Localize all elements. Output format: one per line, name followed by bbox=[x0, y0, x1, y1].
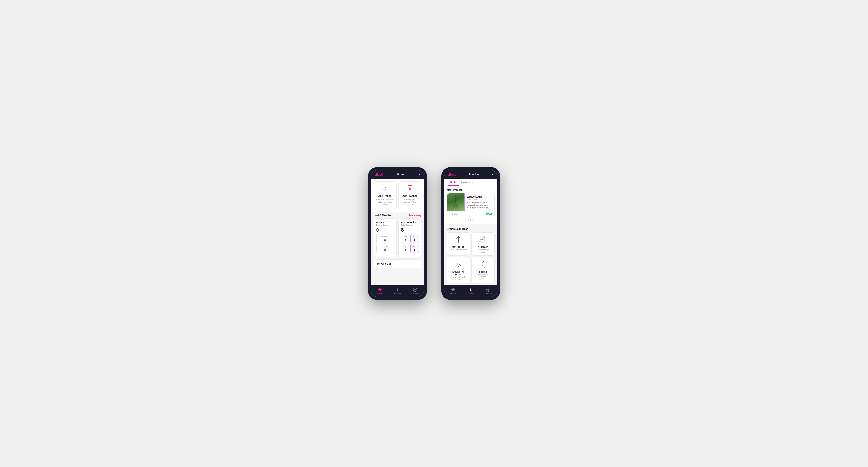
putting-icon bbox=[478, 260, 488, 270]
arg-label: ARG bbox=[402, 245, 409, 247]
putt-label: PUTT bbox=[411, 245, 418, 247]
svg-point-23 bbox=[460, 237, 461, 238]
home-header: clippd Home ≡ bbox=[371, 170, 424, 179]
nav-capture[interactable]: Capture bbox=[406, 287, 424, 294]
drills-row2: ARG 0 PUTT 4 bbox=[401, 244, 419, 253]
explore-title: Explore skill areas bbox=[447, 228, 495, 230]
header-title: Home bbox=[397, 173, 404, 176]
svg-point-40 bbox=[483, 262, 484, 263]
phone-home: clippd Home ≡ Add Round Re bbox=[368, 167, 427, 300]
view-activity-link[interactable]: View Activity bbox=[408, 214, 421, 217]
phone-practice: clippd Practice ≡ Drills Favourites Most… bbox=[441, 167, 500, 300]
skill-approach[interactable]: Approach Dial-in to hit the green bbox=[471, 232, 495, 256]
nav-home-label: Home bbox=[377, 292, 382, 294]
svg-point-36 bbox=[460, 266, 461, 267]
home-icon-p2 bbox=[451, 287, 455, 292]
add-round-icon bbox=[381, 184, 389, 193]
rounds-row-practice: Practice 0 bbox=[376, 244, 394, 253]
dot-3 bbox=[472, 219, 473, 220]
explore-section: Explore skill areas bbox=[444, 225, 497, 285]
capture-icon bbox=[413, 287, 417, 292]
skill-putting[interactable]: Putting Make and lag practice bbox=[471, 257, 495, 283]
drill-shots: 9 shots bbox=[449, 213, 459, 215]
activities-icon-p2 bbox=[468, 287, 473, 292]
svg-line-15 bbox=[454, 203, 456, 208]
svg-line-16 bbox=[456, 203, 457, 208]
svg-line-43 bbox=[483, 261, 485, 262]
clock-icon bbox=[449, 213, 452, 215]
logo: clippd bbox=[375, 173, 383, 177]
drill-badge: APP bbox=[486, 213, 492, 215]
nav-home[interactable]: Home bbox=[371, 287, 389, 294]
drill-desc: Play 1 shot at each target yardage. If y… bbox=[467, 201, 492, 209]
svg-point-11 bbox=[454, 195, 457, 198]
nav-activities-p2[interactable]: Activities bbox=[462, 287, 479, 294]
drill-info: ☆ Wedge Ladder 50–100 yds Play 1 shot at… bbox=[465, 193, 494, 211]
putting-name: Putting bbox=[474, 271, 492, 273]
last3months-label: Last 3 Months bbox=[374, 214, 392, 217]
golf-bag-title: My Golf Bag bbox=[377, 262, 392, 265]
activities-icon bbox=[395, 287, 400, 292]
add-round-card[interactable]: Add Round Record your shots in fast or e… bbox=[374, 181, 397, 209]
rounds-capture-label: Rounds Capture bbox=[376, 224, 394, 226]
drill-thumbnail bbox=[447, 193, 464, 211]
add-practice-desc: Capture your practice off-the-course bbox=[401, 198, 419, 206]
menu-icon[interactable]: ≡ bbox=[418, 173, 420, 177]
practice-value: 0 bbox=[384, 249, 386, 252]
drills-card: Practice Drills Drills Capture 8 OTT 0 A… bbox=[399, 218, 422, 257]
tab-drills[interactable]: Drills bbox=[448, 179, 459, 186]
practice-tabs: Drills Favourites bbox=[444, 179, 497, 186]
arg-value: 0 bbox=[405, 249, 406, 252]
nav-activities[interactable]: Activities bbox=[389, 287, 406, 294]
practice-logo: clippd bbox=[448, 173, 456, 177]
putting-desc: Make and lag practice bbox=[474, 274, 492, 278]
skill-around-the-green[interactable]: Around The Green Hone your short game bbox=[447, 257, 470, 283]
stats-container: Rounds Rounds Capture 0 Tournament 0 Pra… bbox=[371, 218, 424, 259]
practice-header-title: Practice bbox=[469, 173, 479, 176]
svg-line-14 bbox=[456, 198, 459, 199]
golf-bag-row[interactable]: My Golf Bag › bbox=[374, 259, 422, 268]
nav-activities-label-p2: Activities bbox=[467, 292, 475, 294]
dot-1 bbox=[468, 219, 469, 220]
svg-point-30 bbox=[483, 239, 484, 240]
putt-value: 4 bbox=[414, 249, 415, 252]
around-the-green-name: Around The Green bbox=[450, 271, 467, 276]
app-box: APP 4 bbox=[410, 234, 419, 243]
practice-menu-icon[interactable]: ≡ bbox=[492, 173, 493, 177]
drills-row1: OTT 0 APP 4 bbox=[401, 234, 419, 243]
golf-bag-chevron: › bbox=[417, 262, 418, 266]
add-practice-card[interactable]: Add Practice Capture your practice off-t… bbox=[399, 181, 422, 209]
svg-line-19 bbox=[456, 236, 458, 239]
nav-home-p2[interactable]: Home bbox=[444, 287, 462, 294]
skill-off-the-tee[interactable]: Off The Tee Power and accuracy bbox=[447, 232, 470, 256]
carousel-dots bbox=[447, 217, 495, 221]
shots-text: 9 shots bbox=[452, 213, 459, 215]
drills-total: 8 bbox=[401, 227, 419, 233]
drill-star[interactable]: ☆ bbox=[491, 195, 493, 198]
svg-point-42 bbox=[483, 265, 484, 266]
skill-grid: Off The Tee Power and accuracy bbox=[447, 232, 495, 283]
svg-point-31 bbox=[484, 237, 485, 238]
svg-point-35 bbox=[459, 264, 460, 265]
around-the-green-icon bbox=[454, 260, 463, 270]
nav-capture-p2[interactable]: Capture bbox=[479, 287, 497, 294]
svg-point-44 bbox=[470, 288, 471, 290]
practice-label: Practice bbox=[377, 245, 393, 247]
svg-point-33 bbox=[456, 266, 457, 267]
tournament-value: 0 bbox=[384, 239, 386, 242]
bottom-nav-home: Home Activities Capture bbox=[371, 285, 424, 297]
dot-2 bbox=[470, 219, 471, 220]
approach-desc: Dial-in to hit the green bbox=[474, 249, 492, 253]
svg-rect-3 bbox=[409, 185, 411, 186]
most-popular-section: Most Popular bbox=[444, 186, 497, 224]
drill-card-wedge-ladder[interactable]: ☆ Wedge Ladder 50–100 yds Play 1 shot at… bbox=[447, 193, 495, 217]
svg-point-41 bbox=[483, 264, 484, 265]
tab-favourites[interactable]: Favourites bbox=[459, 179, 476, 186]
app-value: 4 bbox=[414, 239, 415, 242]
practice-header: clippd Practice ≡ bbox=[444, 170, 497, 179]
bottom-nav-practice: Home Activities Capture bbox=[444, 285, 497, 297]
capture-icon-p2 bbox=[486, 287, 491, 292]
add-round-desc: Record your shots in fast or enhanced mo… bbox=[376, 198, 394, 206]
svg-point-37 bbox=[458, 266, 459, 267]
tournament-box: Tournament 0 bbox=[376, 234, 394, 243]
